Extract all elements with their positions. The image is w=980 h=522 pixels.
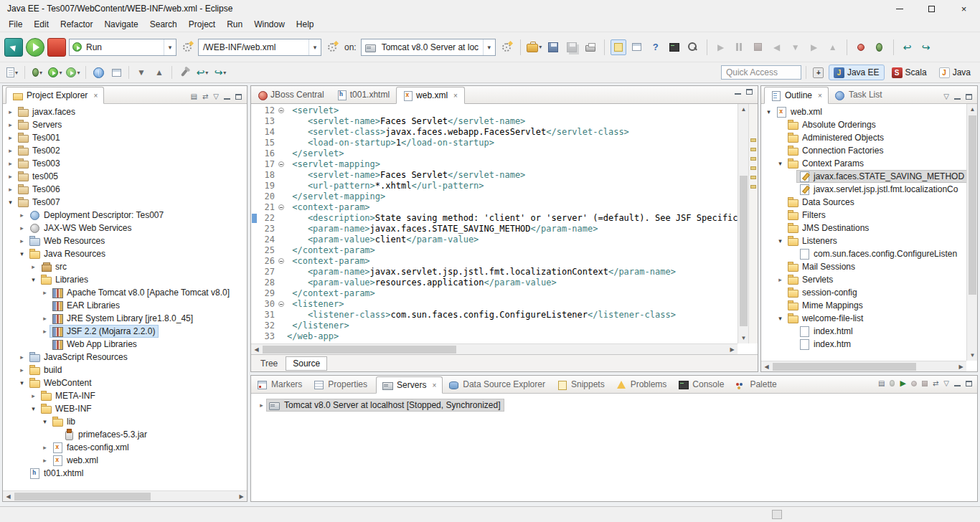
page-tab-tree[interactable]: Tree: [254, 357, 284, 370]
coverage-icon[interactable]: [872, 39, 887, 55]
next-annotation-icon[interactable]: ▼: [133, 65, 149, 80]
run-configuration-combo[interactable]: Run ▾: [69, 39, 176, 56]
run-history-icon[interactable]: ▾: [47, 65, 63, 80]
explorer-item-web-app-libraries[interactable]: Web App Libraries: [3, 338, 247, 351]
occurrence-marker[interactable]: [750, 148, 756, 151]
maximize-view-icon[interactable]: [235, 94, 242, 100]
publish-icon[interactable]: ⇄: [933, 379, 938, 387]
collapse-arrow-icon[interactable]: ▾: [776, 237, 785, 245]
expand-arrow-icon[interactable]: ▸: [776, 276, 785, 283]
explorer-item-tes002[interactable]: ▸Tes002: [3, 144, 247, 157]
new-servlet-icon[interactable]: [108, 65, 124, 80]
menu-item-window[interactable]: Window: [248, 18, 291, 31]
collapse-fold-icon[interactable]: [278, 161, 284, 167]
collapse-fold-icon[interactable]: [278, 301, 284, 307]
chevron-down-icon[interactable]: ▾: [483, 39, 495, 55]
minimize-view-icon[interactable]: [224, 98, 230, 100]
last-edit-location-icon[interactable]: [176, 65, 192, 80]
code-area[interactable]: 12 <servlet>13 <servlet-name>Faces Servl…: [251, 104, 738, 343]
collapse-arrow-icon[interactable]: ▾: [776, 315, 785, 322]
code-line-18[interactable]: 18 <servlet-name>Faces Servlet</servlet-…: [251, 170, 738, 181]
collapse-all-icon[interactable]: ▤: [190, 92, 197, 100]
explorer-item-javascript-resources[interactable]: ▸JavaScript Resources: [3, 351, 247, 364]
scrollbar-thumb[interactable]: [969, 115, 976, 295]
code-line-21[interactable]: 21 <context-param>: [251, 202, 738, 213]
expand-arrow-icon[interactable]: ▸: [17, 237, 27, 245]
explorer-item-jax-ws-web-services[interactable]: ▸JAX-WS Web Services: [3, 222, 247, 234]
tab-console[interactable]: Console: [672, 376, 730, 393]
outline-item-index-html[interactable]: index.html: [761, 325, 966, 338]
code-line-20[interactable]: 20 </servlet-mapping>: [251, 191, 738, 202]
menu-item-help[interactable]: Help: [291, 18, 320, 31]
explorer-item-primefaces-5-3-jar[interactable]: primefaces-5.3.jar: [3, 428, 247, 441]
outline-item-jms-destinations[interactable]: JMS Destinations: [761, 222, 966, 234]
code-line-26[interactable]: 26 <context-param>: [251, 256, 738, 267]
new-wizard-icon[interactable]: ▾: [527, 39, 542, 55]
tab-markers[interactable]: Markers: [251, 376, 308, 393]
outline-item-absolute-orderings[interactable]: Absolute Orderings: [761, 118, 966, 131]
menu-item-project[interactable]: Project: [183, 18, 221, 31]
outline-item-javax-servlet-jsp-jstl-fmt-localizationco[interactable]: javax.servlet.jsp.jstl.fmt.localizationC…: [761, 183, 966, 196]
tab-palette[interactable]: Palette: [730, 376, 782, 393]
menu-item-edit[interactable]: Edit: [28, 18, 55, 31]
expand-arrow-icon[interactable]: ▸: [17, 366, 27, 374]
occurrence-marker[interactable]: [750, 138, 756, 142]
code-line-29[interactable]: 29 </context-param>: [251, 288, 738, 299]
maximize-window-icon[interactable]: [915, 0, 948, 17]
maximize-view-icon[interactable]: [966, 94, 972, 100]
chevron-down-icon[interactable]: ▾: [164, 39, 176, 55]
outline-item-com-sun-faces-config-configurelisten[interactable]: com.sun.faces.config.ConfigureListen: [761, 247, 966, 260]
tab-task-list[interactable]: Task List: [829, 86, 888, 103]
scroll-left-icon[interactable]: ◀: [251, 344, 262, 355]
minimize-view-icon[interactable]: [954, 385, 961, 386]
suspend-icon[interactable]: [732, 39, 748, 55]
collapse-arrow-icon[interactable]: ▾: [6, 199, 15, 206]
back-icon[interactable]: ↩: [900, 39, 915, 55]
explorer-item-servers[interactable]: ▸Servers: [3, 118, 247, 131]
code-line-23[interactable]: 23 <param-name>javax.faces.STATE_SAVING_…: [251, 224, 738, 234]
minimize-editor-icon[interactable]: [735, 93, 741, 95]
help-contents-icon[interactable]: ?: [648, 39, 664, 55]
menu-item-refactor[interactable]: Refactor: [55, 18, 98, 31]
close-window-icon[interactable]: ×: [948, 0, 980, 17]
deployable-file-combo[interactable]: /WEB-INF/web.xml ▾: [198, 39, 321, 56]
explorer-item-web-xml[interactable]: ▸web.xml: [3, 454, 247, 467]
perspective-java[interactable]: JJava: [934, 65, 976, 80]
outline-item-welcome-file-list[interactable]: ▾welcome-file-list: [761, 312, 966, 325]
expand-arrow-icon[interactable]: ▸: [40, 444, 50, 451]
code-line-16[interactable]: 16 </servlet>: [251, 148, 738, 159]
collapse-arrow-icon[interactable]: ▾: [29, 276, 38, 283]
scroll-up-icon[interactable]: ▲: [738, 104, 749, 115]
outline-item-connection-factories[interactable]: Connection Factories: [761, 144, 966, 157]
resume-icon[interactable]: ▶: [713, 39, 729, 55]
explorer-item-deployment-descriptor-tes007[interactable]: ▸Deployment Descriptor: Tes007: [3, 209, 247, 222]
menu-item-search[interactable]: Search: [144, 18, 183, 31]
explorer-item-tes006[interactable]: ▸Tes006: [3, 183, 247, 196]
expand-arrow-icon[interactable]: ▸: [40, 457, 50, 464]
outline-item-mime-mappings[interactable]: Mime Mappings: [761, 299, 966, 312]
code-line-14[interactable]: 14 <servlet-class>javax.faces.webapp.Fac…: [251, 127, 738, 138]
chevron-down-icon[interactable]: ▾: [308, 39, 321, 55]
code-line-31[interactable]: 31 <listener-class>com.sun.faces.config.…: [251, 310, 738, 321]
menu-item-navigate[interactable]: Navigate: [98, 18, 143, 31]
explorer-item-faces-config-xml[interactable]: ▸faces-config.xml: [3, 441, 247, 454]
code-line-15[interactable]: 15 <load-on-startup>1</load-on-startup>: [251, 138, 738, 148]
editor-tab-jboss-central[interactable]: JBoss Central: [251, 86, 331, 103]
open-console-icon[interactable]: [666, 39, 682, 55]
explorer-item-tes003[interactable]: ▸Tes003: [3, 157, 247, 170]
collapse-fold-icon[interactable]: [278, 258, 284, 264]
collapse-all-icon[interactable]: ▤: [878, 379, 885, 387]
expand-arrow-icon[interactable]: ▸: [40, 328, 50, 335]
stop-button[interactable]: [47, 38, 66, 57]
code-line-28[interactable]: 28 <param-value>resources.application</p…: [251, 277, 738, 288]
collapse-fold-icon[interactable]: [278, 108, 284, 113]
editor-tab-t001-xhtml[interactable]: t001.xhtml: [331, 86, 396, 103]
expand-arrow-icon[interactable]: ▸: [6, 121, 15, 128]
collapse-fold-icon[interactable]: [278, 204, 284, 210]
minimize-window-icon[interactable]: [883, 0, 915, 17]
explorer-item-web-inf[interactable]: ▾WEB-INF: [3, 402, 247, 415]
previous-annotation-icon[interactable]: ▲: [151, 65, 167, 80]
profile-server-icon[interactable]: [911, 381, 917, 386]
debug-icon[interactable]: ▾: [29, 65, 45, 80]
collapse-arrow-icon[interactable]: ▾: [40, 418, 50, 425]
